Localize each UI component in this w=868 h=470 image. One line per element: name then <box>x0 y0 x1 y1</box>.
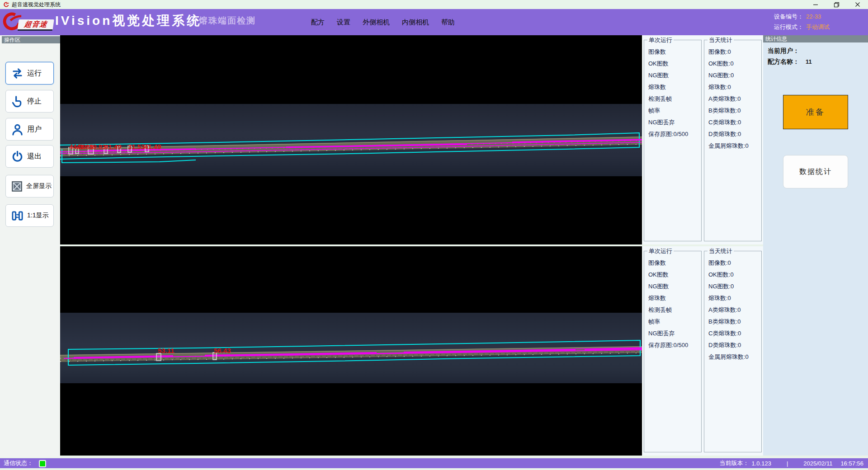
stat-item: 熔珠数 <box>644 292 701 304</box>
daily-stats-groupbox: 当天统计 图像数:0OK图数:0NG图数:0熔珠数:0A类熔珠数:0B类熔珠数:… <box>704 251 762 452</box>
stat-item: 帧率 <box>644 316 701 328</box>
run-mode-value: 手动调试 <box>806 24 830 30</box>
current-user-row: 当前用户： <box>768 47 806 55</box>
stats-panel-top: 单次运行 图像数OK图数NG图数熔珠数检测丢帧帧率NG图丢弃保存原图:0/500… <box>642 35 763 244</box>
comm-status-label: 通信状态： <box>4 458 33 468</box>
fullscreen-icon <box>11 181 23 192</box>
stat-item: A类熔珠数:0 <box>704 93 761 105</box>
stat-item: B类熔珠数:0 <box>704 105 761 117</box>
version-label: 当前版本： <box>720 459 749 467</box>
measurement-labels-bottom: 53.1156.43 <box>158 347 257 355</box>
app-logo-icon-small <box>3 2 9 8</box>
recipe-name-label: 配方名称： <box>768 58 799 65</box>
recipe-name-value: 11 <box>806 58 812 65</box>
stat-item: 图像数 <box>644 257 701 269</box>
data-statistics-button[interactable]: 数据统计 <box>783 155 848 188</box>
brand-badge: 超音速 <box>17 19 54 31</box>
status-bar-right: 当前版本： 1.0.123 | 2025/02/11 16:57:56 <box>720 458 863 468</box>
operation-sidebar: 操作区 运行 停止 用户 退出 全屏显示 <box>0 35 60 457</box>
stat-item: 检测丢帧 <box>644 304 701 316</box>
ready-button[interactable]: 准备 <box>783 95 848 129</box>
user-button-label: 用户 <box>27 125 42 134</box>
device-number-value: 22-33 <box>806 13 821 20</box>
close-icon[interactable] <box>850 0 865 9</box>
user-button[interactable]: 用户 <box>5 118 54 141</box>
one-to-one-button-label: 1:1显示 <box>27 212 48 220</box>
restore-icon[interactable] <box>829 0 844 9</box>
stat-item: 图像数 <box>644 46 701 58</box>
one-to-one-button[interactable]: 1:1显示 <box>5 204 54 227</box>
measurement-labels-top: 44.3941.8539.8341.4931.5341.49 <box>69 143 187 151</box>
daily-stats-items: 图像数:0OK图数:0NG图数:0熔珠数:0A类熔珠数:0B类熔珠数:0C类熔珠… <box>704 251 761 363</box>
menu-item[interactable]: 内侧相机 <box>402 18 429 27</box>
stat-item: NG图丢弃 <box>644 117 701 128</box>
stat-item: 图像数:0 <box>704 257 761 269</box>
stat-item: 熔珠数:0 <box>704 81 761 93</box>
fullscreen-button-label: 全屏显示 <box>26 182 52 190</box>
daily-stats-groupbox: 当天统计 图像数:0OK图数:0NG图数:0熔珠数:0A类熔珠数:0B类熔珠数:… <box>704 40 762 241</box>
stop-button[interactable]: 停止 <box>5 90 54 113</box>
stat-item: 金属屑熔珠数:0 <box>704 351 761 363</box>
menu-item[interactable]: 外侧相机 <box>363 18 390 27</box>
stat-item: 检测丢帧 <box>644 93 701 105</box>
daily-stats-title: 当天统计 <box>708 36 734 44</box>
single-run-items: 图像数OK图数NG图数熔珠数检测丢帧帧率NG图丢弃保存原图:0/500 <box>644 251 701 351</box>
stat-item: NG图数:0 <box>704 281 761 292</box>
device-number-row: 设备编号：22-33 <box>774 11 830 22</box>
camera-view-inner: 53.1156.43 <box>60 246 642 456</box>
brand-badge-text: 超音速 <box>24 20 48 29</box>
stat-item: NG图数 <box>644 70 701 81</box>
stats-panel-bottom: 单次运行 图像数OK图数NG图数熔珠数检测丢帧帧率NG图丢弃保存原图:0/500… <box>642 246 763 456</box>
stat-item: NG图数:0 <box>704 70 761 81</box>
user-icon <box>11 123 24 136</box>
run-icon <box>11 67 24 80</box>
stat-item: NG图丢弃 <box>644 328 701 339</box>
measurement-value: 56.43 <box>214 347 231 354</box>
power-icon <box>11 150 24 163</box>
status-time: 16:57:56 <box>840 460 863 467</box>
title-bar: 超音速视觉处理系统 <box>0 0 868 9</box>
window-title: 超音速视觉处理系统 <box>12 0 61 9</box>
single-run-title: 单次运行 <box>647 247 674 255</box>
measurement-value: 39.83 <box>89 143 106 150</box>
menu-item[interactable]: 配方 <box>311 18 325 27</box>
run-mode-label: 运行模式： <box>774 24 803 30</box>
status-date: 2025/02/11 <box>803 460 832 467</box>
comm-status-indicator <box>39 460 46 467</box>
info-panel-title: 统计信息 <box>763 35 868 42</box>
statistics-info-panel: 统计信息 当前用户： 配方名称：11 准备 数据统计 <box>763 35 868 456</box>
run-button[interactable]: 运行 <box>5 62 54 85</box>
stat-item: 保存原图:0/500 <box>644 339 701 351</box>
measurement-value: 53.11 <box>158 347 175 354</box>
exit-button[interactable]: 退出 <box>5 145 54 168</box>
minimize-icon[interactable] <box>808 0 823 9</box>
device-info: 设备编号：22-33 运行模式：手动调试 <box>774 11 830 32</box>
single-run-groupbox: 单次运行 图像数OK图数NG图数熔珠数检测丢帧帧率NG图丢弃保存原图:0/500 <box>644 251 702 452</box>
app-subtitle: 熔珠端面检测 <box>199 15 256 27</box>
single-run-items: 图像数OK图数NG图数熔珠数检测丢帧帧率NG图丢弃保存原图:0/500 <box>644 40 701 140</box>
single-run-title: 单次运行 <box>647 36 674 44</box>
stat-item: OK图数 <box>644 269 701 281</box>
recipe-name-row: 配方名称：11 <box>768 58 812 66</box>
menu-item[interactable]: 设置 <box>337 18 350 27</box>
stat-item: OK图数:0 <box>704 269 761 281</box>
current-user-label: 当前用户： <box>768 47 799 54</box>
stat-item: 熔珠数:0 <box>704 292 761 304</box>
stop-button-label: 停止 <box>27 97 42 106</box>
stat-item: 帧率 <box>644 105 701 117</box>
menu-item[interactable]: 帮助 <box>441 18 455 27</box>
menu-bar: 配方设置外侧相机内侧相机帮助 <box>311 9 455 35</box>
app-title: IVision视觉处理系统 <box>55 12 202 29</box>
stat-item: A类熔珠数:0 <box>704 304 761 316</box>
stat-item: C类熔珠数:0 <box>704 117 761 128</box>
camera-top-detection-overlay <box>60 35 642 244</box>
stat-item: D类熔珠数:0 <box>704 128 761 140</box>
run-mode-row: 运行模式：手动调试 <box>774 22 830 32</box>
single-run-groupbox: 单次运行 图像数OK图数NG图数熔珠数检测丢帧帧率NG图丢弃保存原图:0/500 <box>644 40 702 241</box>
device-number-label: 设备编号： <box>774 13 803 20</box>
stat-item: C类熔珠数:0 <box>704 328 761 339</box>
measurement-value: 31.53 <box>128 143 145 150</box>
fullscreen-button[interactable]: 全屏显示 <box>5 175 54 197</box>
stat-item: 保存原图:0/500 <box>644 128 701 140</box>
measurement-value: 41.49 <box>144 143 161 150</box>
